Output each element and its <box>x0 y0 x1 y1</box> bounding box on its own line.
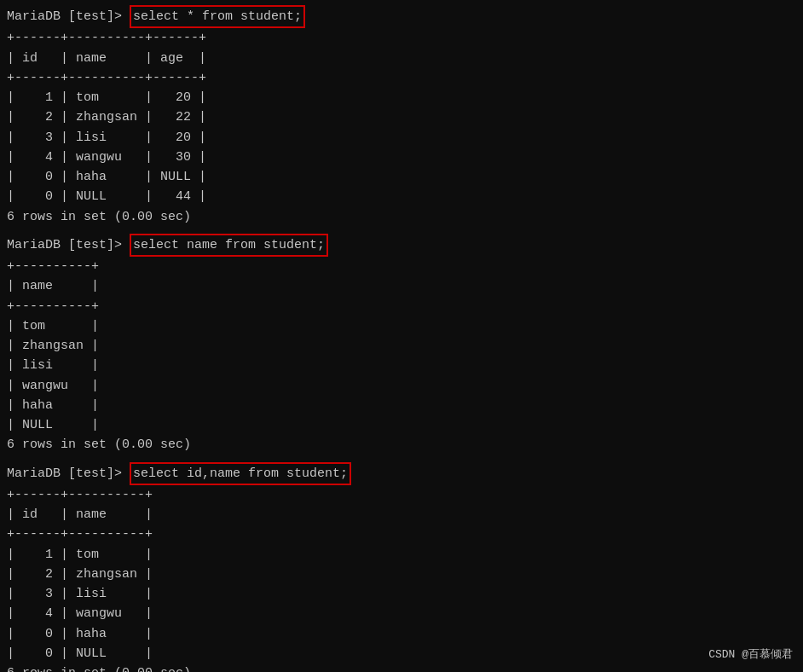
command-line-2: MariaDB [test]> select name from student… <box>7 234 796 257</box>
table-2-row-1: | name | <box>7 276 796 296</box>
table-1-row-2: +------+----------+------+ <box>7 68 796 88</box>
table-3-row-0: +------+----------+ <box>7 485 796 505</box>
table-2-row-4: | zhangsan | <box>7 336 796 356</box>
table-1-row-7: | 0 | haha | NULL | <box>7 167 796 187</box>
result-3: 6 rows in set (0.00 sec) <box>7 663 796 672</box>
command-2: select name from student; <box>130 234 328 257</box>
table-1-row-3: | 1 | tom | 20 | <box>7 88 796 107</box>
command-line-1: MariaDB [test]> select * from student; <box>7 5 796 28</box>
table-2-row-2: +----------+ <box>7 297 796 316</box>
terminal: MariaDB [test]> select * from student; +… <box>0 0 803 672</box>
query-block-3: MariaDB [test]> select id,name from stud… <box>7 462 796 673</box>
table-1-row-8: | 0 | NULL | 44 | <box>7 187 796 206</box>
table-1-row-6: | 4 | wangwu | 30 | <box>7 148 796 167</box>
table-3-row-2: +------+----------+ <box>7 524 796 544</box>
table-2-row-3: | tom | <box>7 316 796 336</box>
table-2-row-0: +----------+ <box>7 257 796 276</box>
watermark: CSDN @百慕倾君 <box>708 646 793 662</box>
table-3-row-1: | id | name | <box>7 505 796 524</box>
table-3-row-4: | 2 | zhangsan | <box>7 565 796 584</box>
query-block-1: MariaDB [test]> select * from student; +… <box>7 5 796 227</box>
command-line-3: MariaDB [test]> select id,name from stud… <box>7 462 796 485</box>
table-3-row-7: | 0 | haha | <box>7 624 796 644</box>
table-3-row-3: | 1 | tom | <box>7 545 796 565</box>
table-1-row-0: +------+----------+------+ <box>7 28 796 48</box>
table-2-row-5: | lisi | <box>7 356 796 375</box>
table-2-row-8: | NULL | <box>7 415 796 435</box>
result-2: 6 rows in set (0.00 sec) <box>7 435 796 455</box>
table-1-row-1: | id | name | age | <box>7 49 796 68</box>
query-block-2: MariaDB [test]> select name from student… <box>7 234 796 455</box>
command-3: select id,name from student; <box>130 462 351 485</box>
table-2-row-6: | wangwu | <box>7 376 796 396</box>
table-3-row-5: | 3 | lisi | <box>7 584 796 604</box>
prompt-3: MariaDB [test]> <box>7 464 130 484</box>
prompt-2: MariaDB [test]> <box>7 235 130 255</box>
result-1: 6 rows in set (0.00 sec) <box>7 207 796 227</box>
command-1: select * from student; <box>130 5 305 28</box>
prompt-1: MariaDB [test]> <box>7 7 130 26</box>
table-2-row-7: | haha | <box>7 396 796 415</box>
table-3-row-8: | 0 | NULL | <box>7 644 796 663</box>
table-3-row-6: | 4 | wangwu | <box>7 604 796 623</box>
table-1-row-4: | 2 | zhangsan | 22 | <box>7 107 796 127</box>
table-1-row-5: | 3 | lisi | 20 | <box>7 128 796 148</box>
